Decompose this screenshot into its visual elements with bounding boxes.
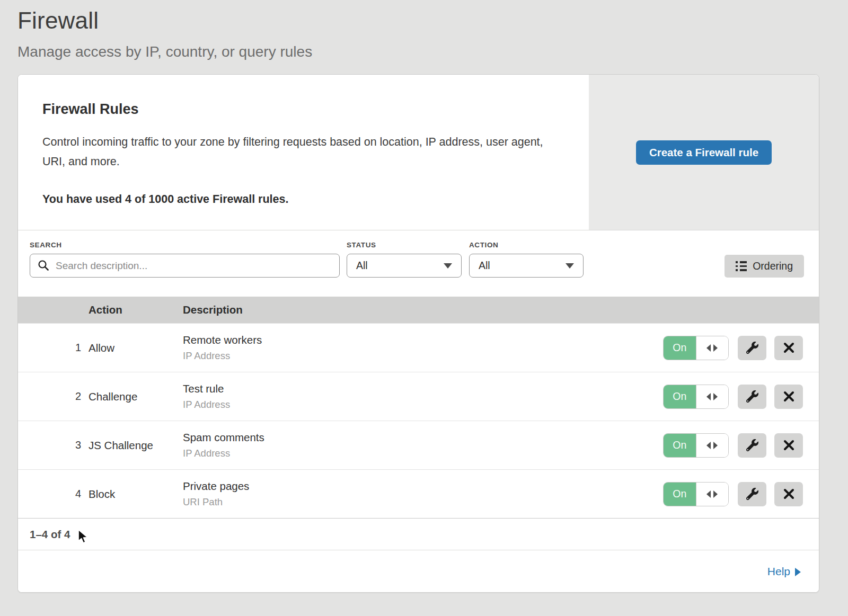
rule-description: Private pages — [183, 480, 660, 493]
rule-controls: On — [660, 482, 819, 506]
search-box — [30, 254, 340, 278]
edit-rule-button[interactable] — [738, 385, 766, 409]
rule-priority: 4 — [18, 488, 89, 500]
wrench-icon — [746, 390, 758, 403]
firewall-page: Firewall Manage access by IP, country, o… — [0, 0, 848, 593]
toggle-handle[interactable] — [696, 336, 729, 360]
status-filter: STATUS All — [347, 241, 462, 278]
rule-action: JS Challenge — [89, 439, 183, 452]
help-link[interactable]: Help — [767, 565, 801, 578]
chevron-down-icon — [566, 263, 574, 269]
chevron-down-icon — [444, 263, 452, 269]
rule-description-cell: Private pages URI Path — [183, 480, 660, 508]
overview-section: Firewall Rules Control incoming traffic … — [18, 75, 819, 230]
create-firewall-rule-button[interactable]: Create a Firewall rule — [636, 140, 772, 165]
rule-priority: 2 — [18, 390, 89, 403]
overview-text-panel: Firewall Rules Control incoming traffic … — [18, 75, 589, 230]
description-column-header: Description — [183, 303, 660, 316]
rule-controls: On — [660, 336, 819, 360]
rule-description-cell: Test rule IP Address — [183, 382, 660, 410]
rule-match-type: IP Address — [183, 448, 660, 459]
search-input[interactable] — [30, 254, 340, 278]
arrow-right-icon — [713, 344, 718, 352]
edit-rule-button[interactable] — [738, 433, 766, 458]
action-select-value: All — [479, 260, 490, 272]
firewall-rules-card: Firewall Rules Control incoming traffic … — [17, 74, 819, 593]
pagination-bar: 1–4 of 4 — [18, 518, 819, 550]
rule-controls: On — [660, 433, 819, 458]
toggle-handle[interactable] — [696, 434, 729, 457]
ordered-list-icon — [736, 261, 747, 271]
toggle-on-label: On — [664, 385, 696, 408]
close-icon — [783, 440, 794, 451]
arrow-right-icon — [795, 568, 801, 576]
toggle-handle[interactable] — [696, 385, 729, 408]
rule-description: Spam comments — [183, 431, 660, 444]
status-select[interactable]: All — [347, 254, 462, 278]
wrench-icon — [746, 488, 758, 500]
rule-match-type: IP Address — [183, 399, 660, 410]
card-heading: Firewall Rules — [42, 101, 568, 118]
rule-description-cell: Remote workers IP Address — [183, 334, 660, 362]
arrow-right-icon — [713, 393, 718, 400]
arrow-left-icon — [706, 490, 711, 498]
arrow-left-icon — [706, 393, 711, 400]
rule-enabled-toggle[interactable]: On — [663, 336, 729, 360]
action-label: ACTION — [469, 241, 584, 249]
edit-rule-button[interactable] — [738, 336, 766, 360]
ordering-button[interactable]: Ordering — [725, 255, 804, 278]
table-row: 4 Block Private pages URI Path On — [18, 469, 819, 518]
arrow-left-icon — [706, 442, 711, 449]
status-select-value: All — [356, 260, 368, 272]
close-icon — [783, 391, 794, 402]
rule-match-type: IP Address — [183, 350, 660, 362]
toggle-on-label: On — [664, 434, 696, 457]
rule-priority: 1 — [18, 342, 89, 354]
rule-enabled-toggle[interactable]: On — [663, 433, 729, 458]
page-header: Firewall Manage access by IP, country, o… — [17, 7, 819, 60]
delete-rule-button[interactable] — [774, 482, 803, 506]
card-description: Control incoming traffic to your zone by… — [42, 132, 549, 172]
filters-bar: SEARCH STATUS All ACTION — [18, 230, 819, 297]
arrow-left-icon — [706, 344, 711, 352]
rule-description-cell: Spam comments IP Address — [183, 431, 660, 459]
action-filter: ACTION All — [469, 241, 584, 278]
pagination-count: 1–4 of 4 — [30, 528, 70, 541]
rule-action: Allow — [89, 342, 183, 354]
action-select[interactable]: All — [469, 254, 584, 278]
delete-rule-button[interactable] — [774, 336, 803, 360]
table-row: 1 Allow Remote workers IP Address On — [18, 323, 819, 372]
ordering-button-label: Ordering — [753, 260, 793, 272]
usage-note: You have used 4 of 1000 active Firewall … — [42, 193, 568, 206]
delete-rule-button[interactable] — [774, 433, 803, 458]
edit-rule-button[interactable] — [738, 482, 766, 506]
rule-controls: On — [660, 385, 819, 409]
rule-action: Challenge — [89, 390, 183, 403]
page-subtitle: Manage access by IP, country, or query r… — [17, 43, 819, 60]
wrench-icon — [746, 439, 758, 451]
rule-enabled-toggle[interactable]: On — [663, 385, 729, 409]
toggle-on-label: On — [664, 336, 696, 360]
close-icon — [783, 342, 794, 353]
status-label: STATUS — [347, 241, 462, 249]
arrow-right-icon — [713, 442, 718, 449]
help-link-label: Help — [767, 565, 790, 578]
rule-description: Remote workers — [183, 334, 660, 346]
card-footer: Help — [18, 550, 819, 592]
delete-rule-button[interactable] — [774, 385, 803, 409]
action-column-header: Action — [89, 303, 183, 316]
page-title: Firewall — [17, 7, 819, 34]
rule-enabled-toggle[interactable]: On — [663, 482, 729, 506]
toggle-on-label: On — [664, 483, 696, 506]
rule-priority: 3 — [18, 439, 89, 451]
create-rule-panel: Create a Firewall rule — [589, 75, 819, 230]
search-filter: SEARCH — [30, 241, 340, 278]
search-icon — [38, 260, 49, 271]
toggle-handle[interactable] — [696, 483, 729, 506]
rule-description: Test rule — [183, 382, 660, 395]
rule-action: Block — [89, 488, 183, 501]
close-icon — [783, 488, 794, 499]
arrow-right-icon — [713, 490, 718, 498]
table-header: Action Description — [18, 297, 819, 323]
search-label: SEARCH — [30, 241, 340, 249]
